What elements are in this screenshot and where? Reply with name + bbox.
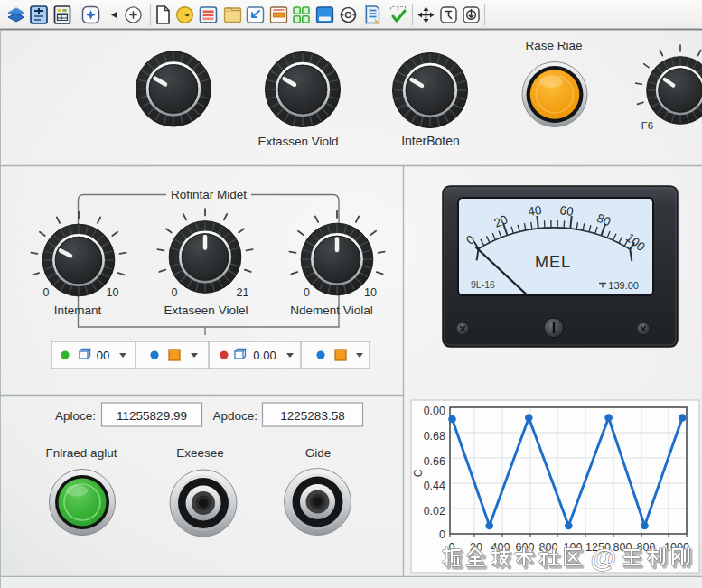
svg-text:MEL: MEL (535, 253, 571, 271)
svg-text:21: 21 (237, 286, 249, 299)
svg-text:10: 10 (364, 286, 377, 299)
svg-text:40: 40 (527, 203, 542, 219)
svg-text:Extassen Viold: Extassen Viold (257, 135, 338, 148)
svg-text:F6: F6 (641, 120, 653, 131)
svg-text:9L-16: 9L-16 (471, 279, 495, 290)
svg-text:139.00: 139.00 (608, 280, 639, 291)
svg-text:Rase Riae: Rase Riae (525, 39, 582, 52)
svg-text:Extaseen Violel: Extaseen Violel (164, 303, 248, 317)
svg-text:@: @ (591, 544, 616, 573)
svg-text:0.44: 0.44 (424, 480, 445, 492)
svg-text:0: 0 (43, 286, 50, 299)
svg-text:Intemant: Intemant (54, 303, 102, 317)
svg-text:InterBoten: InterBoten (401, 134, 460, 148)
svg-text:0.00: 0.00 (424, 405, 445, 417)
svg-text:Aploce:: Aploce: (55, 409, 96, 423)
svg-text:0.02: 0.02 (424, 505, 445, 518)
svg-text:60: 60 (559, 203, 575, 219)
svg-text:11255829.99: 11255829.99 (117, 409, 187, 423)
svg-text:0.68: 0.68 (424, 430, 445, 443)
svg-text:0: 0 (172, 286, 178, 299)
svg-text:Apdoce:: Apdoce: (212, 409, 257, 423)
svg-text:00: 00 (97, 349, 109, 362)
svg-text:0.66: 0.66 (424, 455, 445, 468)
svg-text:1225283.58: 1225283.58 (280, 409, 344, 423)
svg-text:0: 0 (439, 528, 445, 541)
svg-text:0: 0 (304, 286, 310, 299)
svg-text:0.00: 0.00 (253, 349, 276, 362)
svg-text:10: 10 (107, 286, 119, 299)
svg-text:Fnlraed aglut: Fnlraed aglut (46, 446, 117, 460)
svg-text:Ndement Violal: Ndement Violal (290, 303, 372, 317)
svg-text:Gide: Gide (305, 446, 332, 460)
svg-text:C: C (412, 469, 425, 477)
svg-text:Exeesee: Exeesee (176, 446, 224, 460)
svg-text:Rofintar Midet: Rofintar Midet (171, 188, 247, 201)
